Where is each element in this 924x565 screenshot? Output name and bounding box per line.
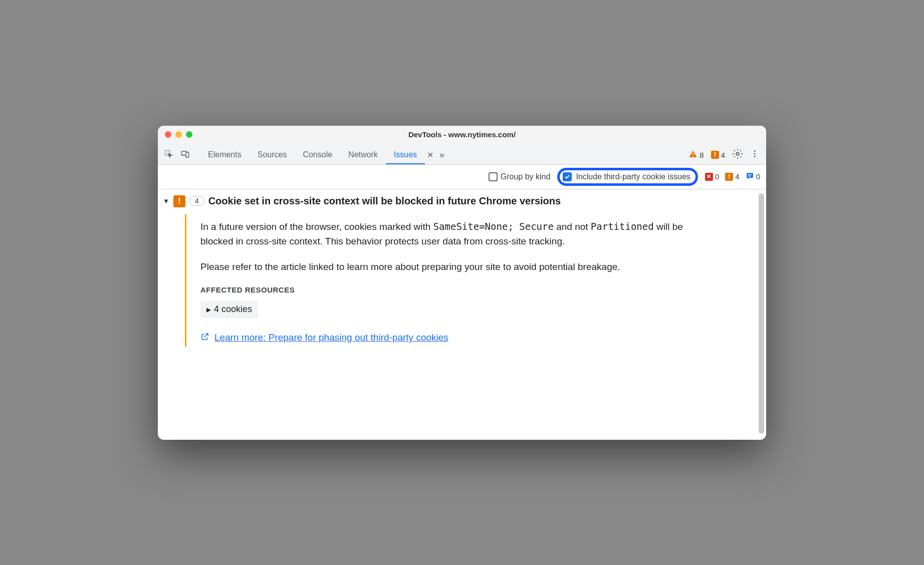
traffic-lights <box>165 131 192 138</box>
expand-triangle-icon: ▸ <box>206 304 211 315</box>
devtools-window: DevTools - www.nytimes.com/ Elements Sou… <box>158 126 766 440</box>
expand-caret-icon[interactable]: ▼ <box>163 194 169 205</box>
issue-count-pill: 4 <box>189 196 204 206</box>
issue-body: In a future version of the browser, cook… <box>185 214 716 347</box>
tab-issues[interactable]: Issues <box>386 146 425 164</box>
svg-rect-9 <box>748 174 752 174</box>
device-toolbar-icon[interactable] <box>180 149 190 161</box>
info-count-pill[interactable]: 0 <box>746 172 760 182</box>
svg-point-8 <box>754 156 756 157</box>
warning-triangle-icon <box>688 150 698 160</box>
issue-title: Cookie set in cross-site context will be… <box>208 194 561 207</box>
issue-count: 4 <box>721 151 725 159</box>
checkbox-checked-icon <box>563 172 572 181</box>
maximize-window-button[interactable] <box>186 131 192 138</box>
svg-point-6 <box>754 150 756 152</box>
svg-rect-10 <box>748 175 751 176</box>
issues-filter-bar: Group by kind Include third-party cookie… <box>158 165 766 189</box>
info-count: 0 <box>756 172 760 181</box>
checkbox-unchecked-icon <box>489 172 498 181</box>
warning-count-pill[interactable]: ! 4 <box>725 172 739 181</box>
info-speech-icon <box>746 172 754 182</box>
scrollbar[interactable] <box>759 193 764 434</box>
issue-header-row[interactable]: ▼ ! 4 Cookie set in cross-site context w… <box>163 194 760 207</box>
warning-square-icon: ! <box>725 173 733 181</box>
window-title: DevTools - www.nytimes.com/ <box>158 130 766 139</box>
tab-network[interactable]: Network <box>340 146 386 163</box>
main-toolbar: Elements Sources Console Network Issues … <box>158 144 766 165</box>
svg-point-7 <box>754 153 756 155</box>
warning-count: 8 <box>700 151 704 159</box>
inspect-icon[interactable] <box>164 149 173 161</box>
issue-description-2: Please refer to the article linked to le… <box>200 259 704 274</box>
issue-warning-icon: ! <box>173 195 185 207</box>
group-by-kind-label: Group by kind <box>501 172 551 181</box>
svg-point-5 <box>736 152 739 155</box>
error-count-pill[interactable]: ✕ 0 <box>705 172 719 181</box>
kebab-menu-icon[interactable] <box>750 148 759 161</box>
minimize-window-button[interactable] <box>175 131 182 138</box>
group-by-kind-checkbox[interactable]: Group by kind <box>489 172 551 181</box>
issue-kind-counts: ✕ 0 ! 4 0 <box>705 172 760 182</box>
svg-rect-4 <box>693 156 694 157</box>
learn-more-link[interactable]: Learn more: Prepare for phasing out thir… <box>200 332 448 344</box>
svg-rect-2 <box>186 152 189 157</box>
svg-rect-3 <box>693 153 694 155</box>
titlebar: DevTools - www.nytimes.com/ <box>158 126 766 144</box>
external-link-icon <box>200 332 209 344</box>
warning-square-icon: ! <box>711 151 719 159</box>
error-square-icon: ✕ <box>705 173 713 181</box>
affected-cookies-label: 4 cookies <box>214 304 252 315</box>
toolbar-warning-badge[interactable]: 8 <box>688 150 704 160</box>
close-tab-icon[interactable]: ✕ <box>425 150 435 160</box>
error-count: 0 <box>715 172 719 181</box>
code-samesite: SameSite=None; Secure <box>433 221 554 232</box>
include-third-party-label: Include third-party cookie issues <box>576 172 690 181</box>
toolbar-issue-badge[interactable]: ! 4 <box>711 151 725 159</box>
close-window-button[interactable] <box>165 131 171 138</box>
settings-icon[interactable] <box>732 148 743 161</box>
tab-console[interactable]: Console <box>295 146 340 163</box>
panel-tabs: Elements Sources Console Network Issues … <box>200 146 448 163</box>
include-third-party-checkbox[interactable]: Include third-party cookie issues <box>557 168 698 186</box>
tab-sources[interactable]: Sources <box>250 146 295 163</box>
issues-content: ▼ ! 4 Cookie set in cross-site context w… <box>158 189 766 440</box>
warning-count: 4 <box>735 172 739 181</box>
affected-resources-heading: AFFECTED RESOURCES <box>200 286 704 294</box>
more-tabs-icon[interactable]: » <box>435 150 448 160</box>
tab-elements[interactable]: Elements <box>200 146 250 163</box>
learn-more-text: Learn more: Prepare for phasing out thir… <box>214 332 448 343</box>
code-partitioned: Partitioned <box>591 221 654 232</box>
affected-cookies-expander[interactable]: ▸ 4 cookies <box>200 301 258 318</box>
issue-description-1: In a future version of the browser, cook… <box>200 219 704 249</box>
